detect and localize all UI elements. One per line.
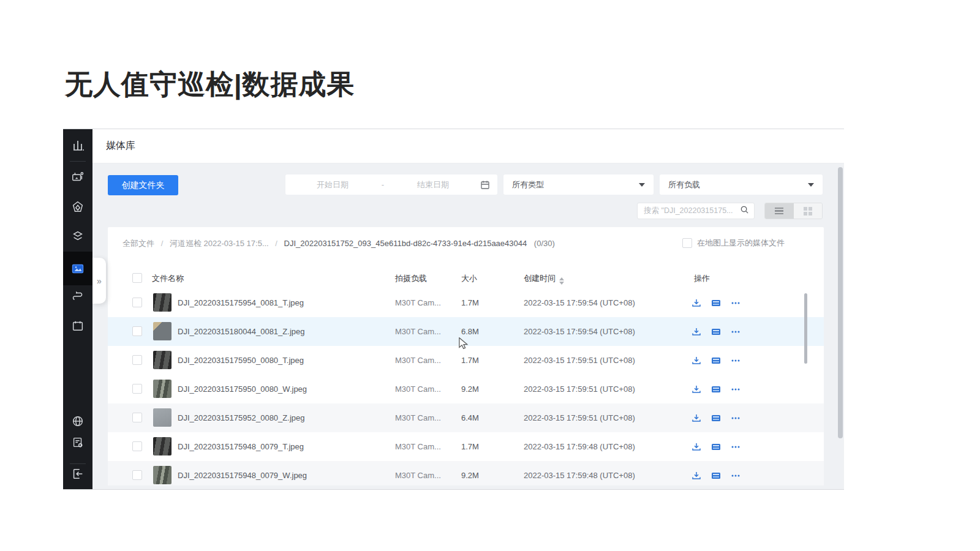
table-row[interactable]: DJI_20220315175952_0080_Z.jpeg M30T Cam.… <box>108 403 824 432</box>
file-payload: M30T Cam... <box>395 403 441 432</box>
breadcrumb-folder[interactable]: 河道巡检 2022-03-15 17:5... <box>170 239 269 248</box>
column-created[interactable]: 创建时间 <box>524 273 564 285</box>
media-preview-icon[interactable] <box>711 327 721 337</box>
column-payload[interactable]: 拍摄负载 <box>395 273 427 284</box>
logout-icon <box>71 467 85 481</box>
file-name[interactable]: DJI_20220315180044_0081_Z.jpeg <box>178 317 304 346</box>
page-scrollbar[interactable] <box>838 167 843 438</box>
more-icon[interactable] <box>731 413 741 423</box>
row-checkbox[interactable] <box>132 470 142 480</box>
file-thumbnail[interactable] <box>153 466 172 484</box>
row-actions <box>692 432 741 461</box>
media-preview-icon[interactable] <box>711 356 721 365</box>
sidebar-item-schedule[interactable] <box>63 312 92 339</box>
breadcrumb: 全部文件 / 河道巡检 2022-03-15 17:5... / DJI_202… <box>123 238 555 249</box>
file-name[interactable]: DJI_20220315175948_0079_W.jpeg <box>178 461 307 485</box>
table-row[interactable]: DJI_20220315175950_0080_W.jpeg M30T Cam.… <box>108 375 824 403</box>
more-icon[interactable] <box>731 298 741 308</box>
table-row[interactable]: DJI_20220315175948_0079_W.jpeg M30T Cam.… <box>108 461 824 485</box>
grid-view-icon <box>804 207 812 216</box>
row-checkbox[interactable] <box>132 298 142 307</box>
column-size[interactable]: 大小 <box>461 273 477 284</box>
row-actions <box>692 375 741 403</box>
sidebar-item-map[interactable] <box>63 193 92 220</box>
breadcrumb-root[interactable]: 全部文件 <box>123 239 154 248</box>
media-preview-icon[interactable] <box>711 298 721 308</box>
row-actions <box>692 317 741 346</box>
sidebar <box>63 129 92 489</box>
create-folder-button[interactable]: 创建文件夹 <box>108 175 178 195</box>
search-input[interactable]: 搜索 "DJI_20220315175... <box>637 203 755 219</box>
file-size: 9.2M <box>461 461 479 485</box>
file-thumbnail[interactable] <box>153 380 172 398</box>
table-row[interactable]: DJI_20220315175948_0079_T.jpeg M30T Cam.… <box>108 432 824 461</box>
sidebar-item-layers[interactable] <box>63 223 92 250</box>
logo-icon <box>70 138 85 153</box>
date-range-input[interactable]: 开始日期 - 结束日期 <box>285 174 497 195</box>
payload-filter-dropdown[interactable]: 所有负载 <box>660 174 823 195</box>
file-name[interactable]: DJI_20220315175948_0079_T.jpeg <box>178 432 304 461</box>
sort-icon[interactable] <box>559 277 564 285</box>
row-checkbox[interactable] <box>132 413 142 422</box>
list-view-button[interactable] <box>765 203 794 219</box>
column-file-name[interactable]: 文件名称 <box>152 273 184 284</box>
sidebar-item-media-library[interactable] <box>63 252 92 285</box>
file-thumbnail[interactable] <box>153 408 172 427</box>
more-icon[interactable] <box>731 442 741 452</box>
date-end-placeholder: 结束日期 <box>386 179 480 190</box>
file-name[interactable]: DJI_20220315175950_0080_T.jpeg <box>178 346 304 375</box>
dock-icon <box>71 170 85 184</box>
chevron-down-icon <box>639 183 645 187</box>
file-thumbnail[interactable] <box>153 351 172 369</box>
sidebar-expand-handle[interactable]: » <box>92 258 106 304</box>
row-checkbox[interactable] <box>132 326 142 336</box>
file-name[interactable]: DJI_20220315175954_0081_T.jpeg <box>178 288 304 317</box>
type-filter-dropdown[interactable]: 所有类型 <box>503 174 654 195</box>
sidebar-item-flight-route[interactable] <box>63 282 92 309</box>
download-icon[interactable] <box>692 471 701 481</box>
media-preview-icon[interactable] <box>711 442 721 452</box>
chevron-double-right-icon: » <box>97 276 102 286</box>
map-marker-icon <box>71 200 85 214</box>
more-icon[interactable] <box>731 471 741 481</box>
sidebar-item-devices[interactable] <box>63 163 92 190</box>
file-created: 2022-03-15 17:59:51 (UTC+08) <box>524 346 635 375</box>
file-name[interactable]: DJI_20220315175952_0080_Z.jpeg <box>178 403 304 432</box>
sidebar-item-logout[interactable] <box>63 460 92 487</box>
file-payload: M30T Cam... <box>395 375 441 403</box>
file-thumbnail[interactable] <box>153 322 172 340</box>
map-display-checkbox[interactable] <box>682 238 692 248</box>
select-all-checkbox[interactable] <box>132 273 142 283</box>
search-icon <box>740 205 749 217</box>
file-name[interactable]: DJI_20220315175950_0080_W.jpeg <box>178 375 307 403</box>
download-icon[interactable] <box>692 298 701 308</box>
file-thumbnail[interactable] <box>153 437 172 455</box>
sidebar-item-logs[interactable] <box>63 429 92 456</box>
download-icon[interactable] <box>692 413 701 423</box>
table-row[interactable]: DJI_20220315175954_0081_T.jpeg M30T Cam.… <box>108 288 824 317</box>
breadcrumb-separator: / <box>275 239 277 248</box>
sidebar-item-home[interactable] <box>63 132 92 159</box>
media-library-icon <box>70 261 85 276</box>
more-icon[interactable] <box>731 384 741 394</box>
row-checkbox[interactable] <box>132 355 142 365</box>
media-preview-icon[interactable] <box>711 384 721 394</box>
media-preview-icon[interactable] <box>711 471 721 481</box>
row-actions <box>692 461 741 485</box>
file-payload: M30T Cam... <box>395 461 441 485</box>
media-preview-icon[interactable] <box>711 413 721 423</box>
table-scrollbar[interactable] <box>804 293 807 364</box>
grid-view-button[interactable] <box>794 203 823 219</box>
file-created: 2022-03-15 17:59:54 (UTC+08) <box>524 317 635 346</box>
download-icon[interactable] <box>692 384 701 394</box>
download-icon[interactable] <box>692 442 701 452</box>
payload-filter-value: 所有负载 <box>668 179 700 190</box>
download-icon[interactable] <box>692 356 701 365</box>
more-icon[interactable] <box>731 327 741 337</box>
download-icon[interactable] <box>692 327 701 337</box>
file-thumbnail[interactable] <box>153 293 172 312</box>
row-checkbox[interactable] <box>132 384 142 394</box>
more-icon[interactable] <box>731 356 741 365</box>
row-checkbox[interactable] <box>132 441 142 451</box>
map-display-toggle[interactable]: 在地图上显示的媒体文件 <box>682 238 785 249</box>
